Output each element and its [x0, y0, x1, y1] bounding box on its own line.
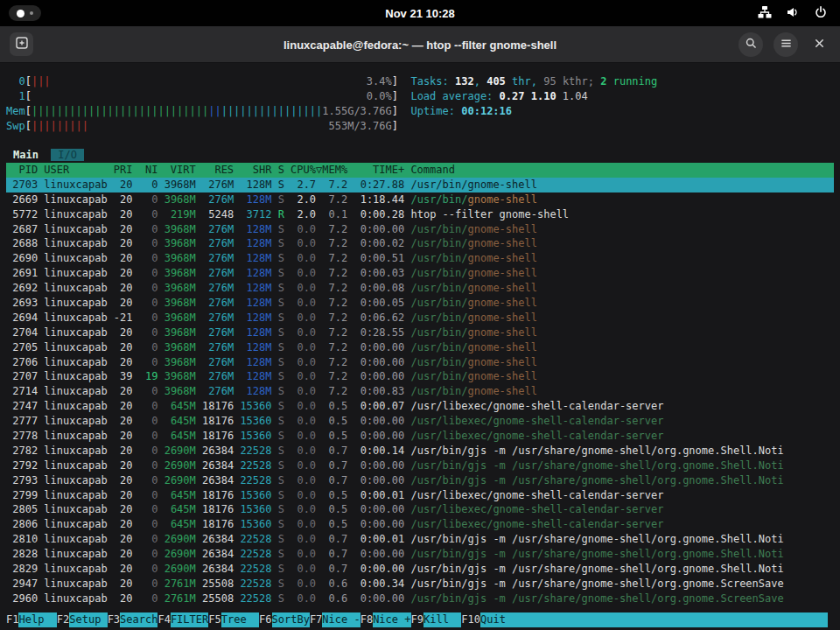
process-command: /usr/bin/gjs -m /usr/share/gnome-shell/o…: [410, 459, 783, 472]
col-cpu-percent: 2.0: [290, 208, 322, 220]
col-shr: 128M: [240, 193, 277, 206]
process-row[interactable]: 2793 linuxcapab 20 0 2690M 26384 22528 S…: [6, 473, 834, 488]
col-cpu-percent: 0.0: [290, 415, 322, 427]
process-row[interactable]: 5772 linuxcapab 20 0 219M 5248 3712 R 2.…: [6, 207, 834, 222]
col-shr: 22528: [240, 578, 277, 590]
col-user: linuxcapab: [44, 563, 113, 575]
process-row[interactable]: 2669 linuxcapab 20 0 3968M 276M 128M S 2…: [6, 192, 834, 207]
process-row[interactable]: 2688 linuxcapab 20 0 3968M 276M 128M S 0…: [6, 236, 834, 251]
process-row[interactable]: 2806 linuxcapab 20 0 645M 18176 15360 S …: [6, 517, 834, 532]
close-button[interactable]: [808, 34, 830, 55]
col-res: 18176: [202, 489, 240, 501]
col-cpu-percent: 2.0: [290, 193, 322, 206]
col-shr: 22528: [240, 459, 277, 472]
tab-io[interactable]: I/O: [51, 149, 84, 161]
col-time: 0:00.00: [354, 223, 410, 235]
process-row[interactable]: 2693 linuxcapab 20 0 3968M 276M 128M S 0…: [6, 296, 834, 311]
fkey-f2[interactable]: F2: [57, 612, 69, 627]
process-row[interactable]: 2799 linuxcapab 20 0 645M 18176 15360 S …: [6, 488, 834, 503]
process-row[interactable]: 2706 linuxcapab 20 0 3968M 276M 128M S 0…: [6, 355, 834, 370]
fkey-f9[interactable]: F9: [411, 612, 424, 627]
process-row[interactable]: 2690 linuxcapab 20 0 3968M 276M 128M S 0…: [6, 251, 834, 266]
process-row[interactable]: 2705 linuxcapab 20 0 3968M 276M 128M S 0…: [6, 340, 834, 355]
col-shr: 128M: [240, 341, 277, 354]
fkey-label-f1[interactable]: Help: [18, 612, 56, 627]
fkey-f5[interactable]: F5: [208, 612, 220, 627]
process-table-header[interactable]: PID USER PRI NI VIRT RES SHR S CPU%▽MEM%…: [6, 163, 834, 178]
process-row[interactable]: 2714 linuxcapab 20 0 3968M 276M 128M S 0…: [6, 384, 834, 399]
col-user: linuxcapab: [44, 385, 113, 397]
menu-button[interactable]: [774, 32, 798, 57]
process-row[interactable]: 2703 linuxcapab 20 0 3968M 276M 128M S 2…: [6, 178, 834, 192]
col-virt: 3968M: [164, 370, 202, 382]
search-button[interactable]: [738, 32, 763, 57]
process-command: /usr/bin/gjs -m /usr/share/gnome-shell/o…: [410, 592, 783, 605]
fkey-f3[interactable]: F3: [108, 612, 120, 627]
clock[interactable]: Nov 21 10:28: [385, 7, 455, 20]
process-row[interactable]: 2782 linuxcapab 20 0 2690M 26384 22528 S…: [6, 444, 834, 458]
col-virt: 3968M: [164, 385, 202, 397]
col-state: S: [278, 578, 290, 590]
process-row[interactable]: 2687 linuxcapab 20 0 3968M 276M 128M S 0…: [6, 222, 834, 237]
fkey-label-f8[interactable]: Nice +: [373, 612, 410, 627]
col-time: 0:00.14: [354, 444, 410, 457]
fkey-label-f7[interactable]: Nice -: [322, 612, 360, 627]
col-nice: 0: [139, 178, 164, 191]
col-pid: 2694: [6, 312, 44, 324]
col-virt: 645M: [164, 430, 202, 442]
col-virt: 3968M: [164, 356, 202, 368]
process-row[interactable]: 2704 linuxcapab 20 0 3968M 276M 128M S 0…: [6, 326, 834, 340]
col-mem-percent: 7.2: [322, 297, 354, 309]
process-row[interactable]: 2829 linuxcapab 20 0 2690M 26384 22528 S…: [6, 562, 834, 577]
process-row[interactable]: 2947 linuxcapab 20 0 2761M 25508 22528 S…: [6, 577, 834, 592]
process-row[interactable]: 2805 linuxcapab 20 0 645M 18176 15360 S …: [6, 502, 834, 517]
process-row[interactable]: 2707 linuxcapab 39 19 3968M 276M 128M S …: [6, 369, 834, 384]
col-state: S: [278, 430, 290, 442]
col-user: linuxcapab: [44, 474, 113, 486]
process-row[interactable]: 2792 linuxcapab 20 0 2690M 26384 22528 S…: [6, 458, 834, 473]
fkey-f6[interactable]: F6: [259, 612, 271, 627]
col-virt: 2761M: [164, 592, 202, 605]
col-nice: 0: [139, 503, 164, 515]
col-state: S: [278, 415, 290, 427]
fkey-label-f5[interactable]: Tree: [221, 612, 259, 627]
tab-main[interactable]: Main: [13, 149, 38, 161]
process-row[interactable]: 2777 linuxcapab 20 0 645M 18176 15360 S …: [6, 414, 834, 429]
system-status-area[interactable]: [758, 5, 831, 22]
fkey-label-f2[interactable]: Setup: [69, 612, 107, 627]
col-res: 276M: [202, 370, 240, 382]
process-row[interactable]: 2691 linuxcapab 20 0 3968M 276M 128M S 0…: [6, 266, 834, 281]
process-row[interactable]: 2828 linuxcapab 20 0 2690M 26384 22528 S…: [6, 547, 834, 562]
col-shr: 128M: [240, 178, 277, 191]
col-priority: 20: [114, 592, 139, 605]
fkey-f10[interactable]: F10: [461, 612, 480, 627]
fkey-label-f3[interactable]: Search: [120, 612, 158, 627]
fkey-f4[interactable]: F4: [158, 612, 170, 627]
col-pid: 2810: [6, 533, 44, 545]
col-mem-percent: 7.2: [322, 237, 354, 249]
process-row[interactable]: 2778 linuxcapab 20 0 645M 18176 15360 S …: [6, 429, 834, 444]
fkey-f8[interactable]: F8: [360, 612, 373, 627]
col-state: S: [278, 548, 290, 560]
new-tab-button[interactable]: [10, 32, 33, 56]
col-priority: 20: [114, 252, 139, 264]
fkey-label-f6[interactable]: SortBy: [272, 612, 310, 627]
fkey-label-f10[interactable]: Quit: [480, 612, 518, 627]
col-nice: 0: [139, 489, 164, 501]
process-row[interactable]: 2692 linuxcapab 20 0 3968M 276M 128M S 0…: [6, 281, 834, 296]
process-row[interactable]: 2694 linuxcapab -21 0 3968M 276M 128M S …: [6, 311, 834, 326]
swap-meter: Swp[||||||||| 553M/3.76G]: [6, 119, 834, 134]
fkey-f1[interactable]: F1: [6, 612, 18, 627]
process-command: /usr/libexec/gnome-shell-calendar-server: [410, 518, 663, 530]
activities-indicator[interactable]: [9, 5, 41, 21]
fkey-f7[interactable]: F7: [310, 612, 322, 627]
col-priority: 20: [114, 297, 139, 309]
process-row[interactable]: 2960 linuxcapab 20 0 2761M 25508 22528 S…: [6, 592, 834, 606]
fkey-label-f4[interactable]: FILTER: [171, 612, 208, 627]
col-shr: 22528: [240, 474, 277, 486]
fkey-label-f9[interactable]: Kill: [424, 612, 461, 627]
process-row[interactable]: 2747 linuxcapab 20 0 645M 18176 15360 S …: [6, 399, 834, 414]
process-row[interactable]: 2810 linuxcapab 20 0 2690M 26384 22528 S…: [6, 532, 834, 547]
col-cpu-percent: 0.0: [290, 533, 322, 545]
col-nice: 0: [139, 312, 164, 324]
